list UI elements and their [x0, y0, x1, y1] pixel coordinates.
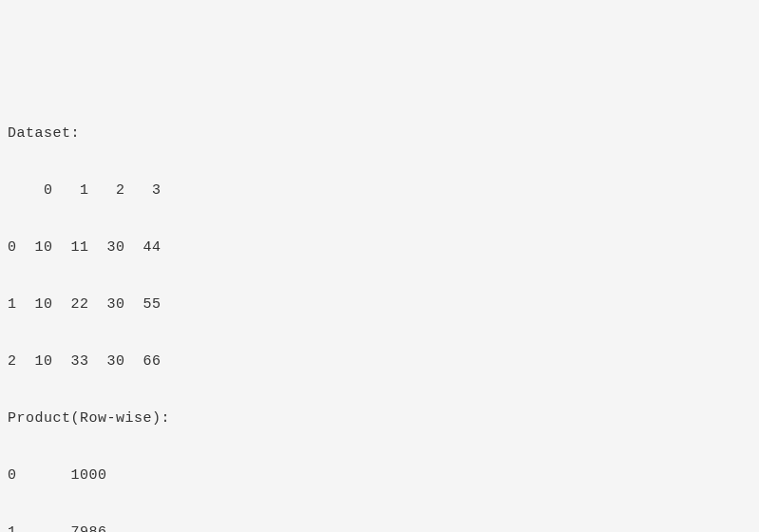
dataset-label: Dataset: [8, 120, 751, 148]
dataset-header: 0 1 2 3 [8, 177, 751, 205]
rowwise-row: 1 7986 [8, 519, 751, 532]
dataset-row: 0 10 11 30 44 [8, 234, 751, 262]
rowwise-row: 0 1000 [8, 462, 751, 490]
dataset-row: 1 10 22 30 55 [8, 291, 751, 319]
dataset-row: 2 10 33 30 66 [8, 348, 751, 376]
rowwise-label: Product(Row-wise): [8, 405, 751, 433]
